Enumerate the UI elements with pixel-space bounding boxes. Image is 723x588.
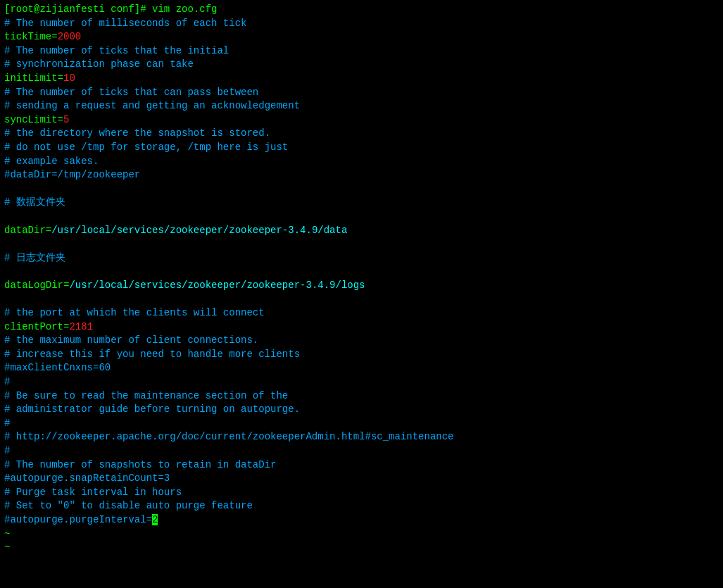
line-comment14: # The number of snapshots to retain in d…	[4, 458, 719, 473]
line-empty3	[4, 237, 719, 251]
line-prompt: [root@zijianfesti conf]# vim zoo.cfg	[4, 3, 719, 17]
line-hash2: #	[4, 417, 719, 431]
line-hash1: #	[4, 375, 719, 389]
line-datalogdir: dataLogDir=/usr/local/services/zookeeper…	[4, 279, 719, 293]
line-comment3: # synchronization phase can take	[4, 58, 719, 72]
line-synclimit: syncLimit=5	[4, 113, 719, 127]
line-comment11: # increase this if you need to handle mo…	[4, 348, 719, 362]
line-initlimit: initLimit=10	[4, 72, 719, 86]
line-comment4: # The number of ticks that can pass betw…	[4, 86, 719, 100]
line-maxclientcnxns: #maxClientCnxns=60	[4, 361, 719, 375]
line-datadir-commented: #dataDir=/tmp/zookeeper	[4, 168, 719, 182]
line-comment10: # the maximum number of client connectio…	[4, 334, 719, 348]
line-empty5	[4, 292, 719, 306]
line-snapretain: #autopurge.snapRetainCount=3	[4, 472, 719, 486]
line-tilde1: ~	[4, 527, 719, 542]
line-comment13: # administrator guide before turning on …	[4, 403, 719, 417]
line-hash3: #	[4, 444, 719, 458]
line-comment-chinese1: # 数据文件夹	[4, 196, 719, 210]
terminal-window: [root@zijianfesti conf]# vim zoo.cfg # T…	[4, 3, 719, 588]
line-comment-chinese2: # 日志文件夹	[4, 251, 719, 265]
line-comment6: # the directory where the snapshot is st…	[4, 127, 719, 141]
line-comment7: # do not use /tmp for storage, /tmp here…	[4, 141, 719, 155]
line-comment15: # Purge task interval in hours	[4, 486, 719, 500]
line-empty4	[4, 265, 719, 279]
line-url: # http://zookeeper.apache.org/doc/curren…	[4, 430, 719, 444]
line-comment8: # example sakes.	[4, 155, 719, 169]
line-tilde2: ~	[4, 541, 719, 555]
line-ticktime: tickTime=2000	[4, 30, 719, 44]
line-comment9: # the port at which the clients will con…	[4, 306, 719, 320]
line-clientport: clientPort=2181	[4, 320, 719, 334]
line-datadir: dataDir=/usr/local/services/zookeeper/zo…	[4, 224, 719, 238]
line-empty2	[4, 210, 719, 224]
line-purgeinterval: #autopurge.purgeInterval=2	[4, 513, 719, 527]
line-comment2: # The number of ticks that the initial	[4, 44, 719, 58]
line-comment5: # sending a request and getting an ackno…	[4, 99, 719, 113]
line-comment12: # Be sure to read the maintenance sectio…	[4, 389, 719, 404]
line-comment16: # Set to "0" to disable auto purge featu…	[4, 499, 719, 513]
line-empty1	[4, 182, 719, 196]
line-comment1: # The number of milliseconds of each tic…	[4, 17, 719, 31]
